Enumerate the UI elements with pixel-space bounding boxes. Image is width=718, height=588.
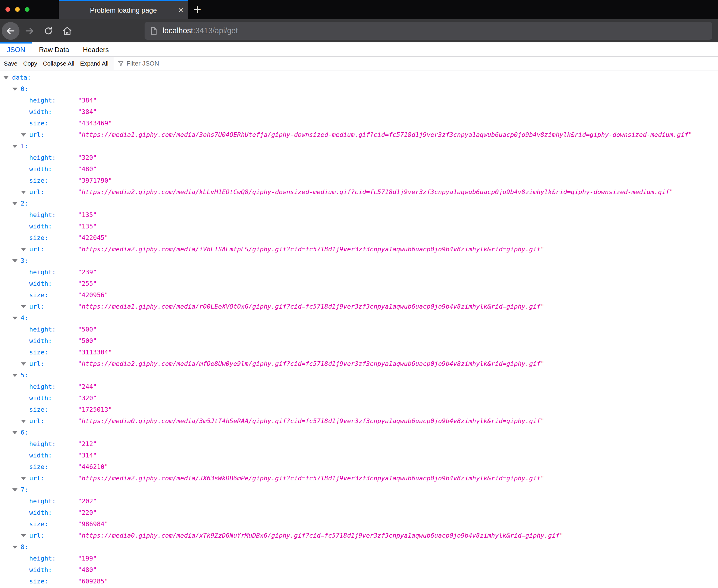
expand-arrow-icon[interactable] — [12, 431, 18, 434]
json-value: "384" — [78, 106, 97, 118]
json-key-url: url: — [29, 301, 44, 312]
json-row: width:"480" — [0, 164, 718, 175]
json-key-index: 3: — [21, 255, 28, 267]
json-key-url: url: — [29, 530, 44, 541]
expand-arrow-icon[interactable] — [12, 202, 18, 205]
json-key-height: height: — [29, 438, 56, 450]
json-row: width:"320" — [0, 393, 718, 404]
filter-json-input[interactable]: Filter JSON — [114, 57, 718, 70]
expand-arrow-icon[interactable] — [21, 305, 26, 308]
expand-all-button[interactable]: Expand All — [77, 57, 111, 70]
json-value: "480" — [78, 164, 97, 175]
json-row: height:"244" — [0, 381, 718, 393]
expand-arrow-icon[interactable] — [12, 488, 18, 491]
json-row: 0: — [0, 83, 718, 95]
json-row: url:"https://media2.giphy.com/media/iVhL… — [0, 244, 718, 255]
json-row: width:"384" — [0, 106, 718, 118]
json-value: "202" — [78, 496, 97, 507]
expand-arrow-icon[interactable] — [21, 362, 26, 365]
json-value: "986984" — [78, 519, 108, 530]
tab-json[interactable]: JSON — [0, 42, 32, 57]
json-key-width: width: — [29, 507, 52, 519]
json-value: "3113304" — [78, 347, 112, 358]
expand-arrow-icon[interactable] — [21, 477, 26, 480]
json-row: size:"3971790" — [0, 175, 718, 186]
json-key-index: 5: — [21, 370, 28, 381]
back-button[interactable] — [2, 22, 19, 40]
expand-arrow-icon[interactable] — [12, 374, 18, 377]
fullscreen-window-button[interactable] — [25, 7, 29, 12]
save-button[interactable]: Save — [0, 57, 20, 70]
expand-arrow-icon[interactable] — [12, 259, 18, 262]
reload-icon — [43, 26, 54, 36]
json-value: "https://media0.giphy.com/media/3m5JtT4h… — [78, 415, 544, 427]
home-button[interactable] — [58, 22, 76, 40]
json-value: "https://media2.giphy.com/media/mfQe8Uw0… — [78, 358, 544, 370]
json-key-index: 7: — [21, 484, 28, 496]
expand-arrow-icon[interactable] — [12, 88, 18, 91]
json-key-height: height: — [29, 324, 56, 335]
json-value: "https://media2.giphy.com/media/iVhLISAE… — [78, 244, 544, 255]
expand-arrow-icon[interactable] — [21, 534, 26, 537]
json-row: size:"1725013" — [0, 404, 718, 415]
expand-arrow-icon[interactable] — [21, 191, 26, 194]
json-key-data: data: — [12, 72, 31, 83]
close-tab-icon[interactable]: × — [178, 5, 184, 15]
json-value: "https://media1.giphy.com/media/r00LEeXV… — [78, 301, 544, 312]
tab-raw-data[interactable]: Raw Data — [32, 42, 76, 57]
url-path: :3413/api/get — [193, 26, 238, 35]
json-value: "3971790" — [78, 175, 112, 186]
reload-button[interactable] — [40, 22, 57, 40]
json-row: width:"220" — [0, 507, 718, 519]
json-value: "4343469" — [78, 118, 112, 129]
json-row: width:"314" — [0, 450, 718, 461]
tab-title: Problem loading page — [90, 6, 157, 14]
json-row: 8: — [0, 541, 718, 553]
json-value: "480" — [78, 564, 97, 576]
json-row: url:"https://media0.giphy.com/media/xTk9… — [0, 530, 718, 541]
json-value: "1725013" — [78, 404, 112, 415]
expand-arrow-icon[interactable] — [12, 145, 18, 148]
expand-arrow-icon[interactable] — [21, 248, 26, 251]
new-tab-button[interactable]: + — [193, 1, 201, 18]
json-key-size: size: — [29, 347, 48, 358]
minimize-window-button[interactable] — [15, 7, 20, 12]
json-value: "244" — [78, 381, 97, 393]
tab-headers[interactable]: Headers — [76, 42, 115, 57]
json-key-url: url: — [29, 415, 44, 427]
json-row: height:"500" — [0, 324, 718, 335]
browser-tab[interactable]: Problem loading page × — [59, 0, 188, 19]
expand-arrow-icon[interactable] — [12, 317, 18, 320]
json-value: "212" — [78, 438, 97, 450]
json-value: "500" — [78, 324, 97, 335]
json-value: "320" — [78, 152, 97, 164]
json-key-size: size: — [29, 461, 48, 472]
json-key-width: width: — [29, 164, 52, 175]
json-row: height:"212" — [0, 438, 718, 450]
json-value: "500" — [78, 335, 97, 347]
json-key-size: size: — [29, 519, 48, 530]
expand-arrow-icon[interactable] — [21, 420, 26, 423]
json-row: size:"422045" — [0, 232, 718, 244]
json-row: url:"https://media2.giphy.com/media/JX63… — [0, 472, 718, 484]
expand-arrow-icon[interactable] — [3, 76, 8, 79]
json-key-url: url: — [29, 186, 44, 198]
forward-arrow-icon — [24, 26, 35, 36]
filter-funnel-icon — [118, 60, 124, 67]
json-row: 5: — [0, 370, 718, 381]
close-window-button[interactable] — [5, 7, 10, 12]
collapse-all-button[interactable]: Collapse All — [40, 57, 77, 70]
expand-arrow-icon[interactable] — [21, 133, 26, 136]
json-row: url:"https://media1.giphy.com/media/3ohs… — [0, 129, 718, 141]
window-titlebar: Problem loading page × + — [0, 0, 718, 19]
json-value: "220" — [78, 507, 97, 519]
json-key-height: height: — [29, 152, 56, 164]
json-key-width: width: — [29, 393, 52, 404]
copy-button[interactable]: Copy — [20, 57, 40, 70]
url-bar[interactable]: localhost:3413/api/get — [145, 22, 712, 40]
expand-arrow-icon[interactable] — [12, 546, 18, 549]
forward-button[interactable] — [21, 22, 38, 40]
page-icon — [149, 26, 158, 36]
json-key-index: 0: — [21, 83, 28, 95]
json-row: height:"135" — [0, 209, 718, 221]
